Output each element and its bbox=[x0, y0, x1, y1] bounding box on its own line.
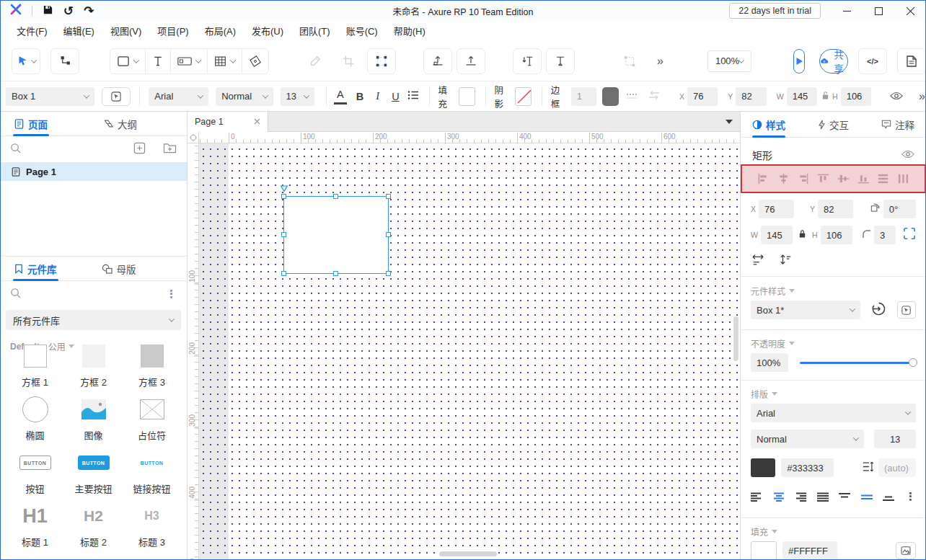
underline-button[interactable]: U bbox=[387, 91, 405, 102]
inspect-code-button[interactable]: </> bbox=[858, 48, 887, 74]
page-list-item[interactable]: Page 1 bbox=[0, 162, 187, 181]
ruler-origin-button[interactable] bbox=[188, 132, 199, 143]
opacity-section-label[interactable]: 不透明度 bbox=[741, 337, 805, 350]
tab-notes[interactable]: 注释 bbox=[881, 112, 914, 137]
resize-handle-ne[interactable] bbox=[386, 194, 391, 199]
pen-tool-button[interactable] bbox=[242, 49, 268, 74]
rotation-field[interactable]: 0° bbox=[883, 200, 916, 218]
menu-account[interactable]: 账号(C) bbox=[338, 22, 386, 41]
widget-h3[interactable]: H3 标题 3 bbox=[123, 502, 181, 548]
canvas-tab-page1[interactable]: Page 1 bbox=[188, 112, 268, 132]
distribute-vertical-icon[interactable] bbox=[878, 174, 888, 184]
tab-list-dropdown[interactable] bbox=[726, 120, 733, 124]
border-color-swatch[interactable] bbox=[602, 87, 619, 106]
share-button[interactable]: 共享 bbox=[819, 49, 848, 74]
canvas-viewport[interactable] bbox=[199, 143, 740, 560]
widget-box2[interactable]: 方框 2 bbox=[64, 342, 123, 388]
widget-box3[interactable]: 方框 3 bbox=[123, 342, 181, 388]
h-field[interactable]: 106 bbox=[821, 226, 852, 244]
align-right-icon[interactable] bbox=[798, 174, 808, 184]
maximize-button[interactable] bbox=[863, 0, 894, 22]
preview-button[interactable] bbox=[793, 49, 805, 74]
distribute-horizontal-icon[interactable] bbox=[898, 174, 909, 184]
font-family-select[interactable]: Arial bbox=[751, 404, 916, 422]
widget-box1[interactable]: 方框 1 bbox=[6, 342, 64, 388]
menu-edit[interactable]: 编辑(E) bbox=[56, 22, 102, 41]
resize-handle-s[interactable] bbox=[333, 271, 338, 276]
h-field[interactable]: 106 bbox=[841, 87, 871, 106]
widgets-menu-button[interactable]: ⋮ bbox=[166, 288, 177, 301]
resize-handle-se[interactable] bbox=[386, 271, 391, 276]
fill-section-label[interactable]: 填充 bbox=[741, 525, 788, 538]
italic-button[interactable]: I bbox=[369, 90, 387, 102]
text-align-justify-icon[interactable] bbox=[817, 492, 829, 502]
vertical-align-middle-icon[interactable] bbox=[861, 492, 873, 502]
documentation-button[interactable] bbox=[897, 48, 926, 74]
line-height-field[interactable]: (auto) bbox=[878, 458, 916, 477]
widget-image[interactable]: 图像 bbox=[64, 395, 123, 442]
rectangle-tool-button[interactable] bbox=[110, 49, 146, 74]
widget-h2[interactable]: H2 标题 2 bbox=[64, 502, 123, 548]
menu-team[interactable]: 团队(T) bbox=[291, 22, 338, 41]
text-align-center-icon[interactable] bbox=[773, 492, 785, 502]
resize-handle-n[interactable] bbox=[333, 194, 338, 199]
text-tool-button[interactable] bbox=[146, 49, 171, 74]
style-picker-button[interactable] bbox=[102, 87, 131, 106]
w-field[interactable]: 145 bbox=[787, 87, 817, 106]
tab-interaction[interactable]: 交互 bbox=[818, 112, 849, 137]
vertical-spacing-button[interactable] bbox=[780, 253, 792, 270]
tab-masters[interactable]: 母版 bbox=[102, 257, 136, 280]
corner-radius-all-button[interactable] bbox=[903, 227, 916, 243]
align-middle-icon[interactable] bbox=[838, 174, 849, 184]
resize-handle-e[interactable] bbox=[386, 232, 391, 237]
corner-radius-field[interactable]: 3 bbox=[874, 226, 896, 244]
input-tool-button[interactable] bbox=[171, 49, 208, 74]
redo-button[interactable]: ↷ bbox=[84, 5, 94, 17]
search-icon[interactable] bbox=[10, 143, 21, 156]
send-to-back-button[interactable] bbox=[457, 48, 485, 74]
menu-help[interactable]: 帮助(H) bbox=[386, 22, 433, 41]
select-tool-button[interactable] bbox=[12, 48, 40, 74]
lock-ratio-button[interactable] bbox=[821, 90, 829, 103]
font-color-field[interactable]: #333333 bbox=[781, 458, 834, 477]
add-page-button[interactable] bbox=[133, 142, 146, 157]
visibility-toggle[interactable] bbox=[901, 149, 914, 161]
more-typography-button[interactable]: ⋮ bbox=[905, 490, 916, 503]
font-color-button[interactable]: A bbox=[334, 89, 347, 105]
table-tool-button[interactable] bbox=[208, 49, 242, 74]
bring-to-front-button[interactable] bbox=[423, 48, 452, 74]
align-bottom-icon[interactable] bbox=[858, 174, 869, 184]
more-tools-button[interactable]: » bbox=[657, 55, 664, 68]
opacity-field[interactable]: 100% bbox=[751, 353, 788, 372]
border-style-button[interactable] bbox=[626, 90, 640, 103]
border-width-field[interactable]: 1 bbox=[571, 87, 596, 106]
update-style-button[interactable] bbox=[872, 302, 886, 319]
menu-publish[interactable]: 发布(U) bbox=[244, 22, 291, 41]
style-picker-button[interactable] bbox=[897, 301, 916, 319]
menu-view[interactable]: 视图(V) bbox=[102, 22, 149, 41]
resize-handle-w[interactable] bbox=[281, 232, 286, 237]
fill-color-field[interactable]: #FFFFFF bbox=[782, 541, 837, 560]
save-button[interactable] bbox=[43, 4, 53, 18]
font-size-select[interactable]: 13 bbox=[281, 87, 315, 106]
widget-style-select[interactable]: Box 1 bbox=[6, 87, 94, 106]
vertical-scrollbar[interactable] bbox=[733, 316, 738, 361]
horizontal-spacing-button[interactable] bbox=[751, 254, 765, 269]
tab-outline[interactable]: 大纲 bbox=[102, 112, 137, 135]
vertical-align-top-icon[interactable] bbox=[839, 492, 850, 502]
x-field[interactable]: 76 bbox=[687, 87, 718, 106]
more-format-button[interactable]: » bbox=[919, 90, 926, 103]
opacity-slider-thumb[interactable] bbox=[909, 358, 917, 367]
text-align-right-icon[interactable] bbox=[795, 492, 806, 502]
y-field[interactable]: 82 bbox=[818, 200, 853, 218]
w-field[interactable]: 145 bbox=[761, 226, 793, 244]
connector-tool-button[interactable] bbox=[50, 48, 79, 74]
text-align-left-icon[interactable] bbox=[751, 492, 762, 502]
align-text-top-button[interactable] bbox=[513, 48, 542, 74]
align-center-icon[interactable] bbox=[778, 174, 789, 184]
horizontal-scrollbar[interactable] bbox=[439, 551, 497, 556]
tab-pages[interactable]: 页面 bbox=[14, 112, 48, 135]
menu-project[interactable]: 项目(P) bbox=[149, 22, 196, 41]
bullet-list-button[interactable] bbox=[407, 90, 419, 103]
lock-ratio-button[interactable] bbox=[798, 228, 806, 241]
